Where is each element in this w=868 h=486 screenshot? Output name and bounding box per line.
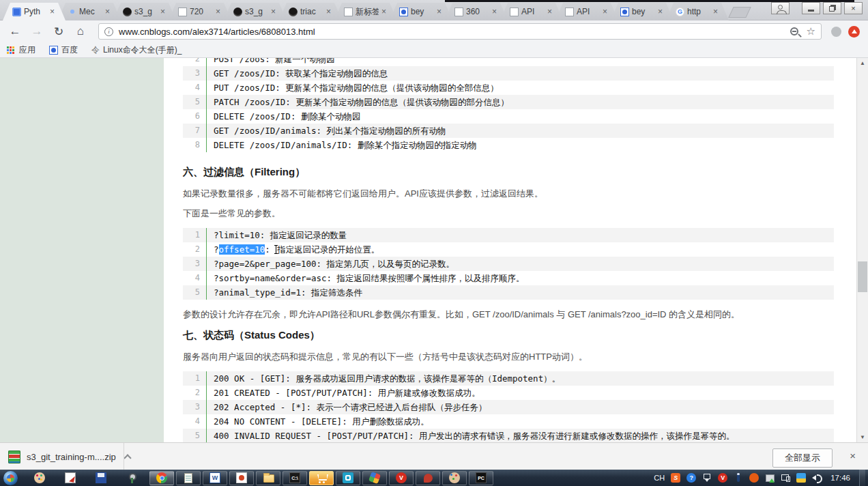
taskbar-blue-app-button[interactable]	[336, 471, 360, 485]
show-all-downloads-button[interactable]: 全部显示	[772, 448, 833, 468]
tab-close-icon[interactable]: ×	[381, 8, 386, 16]
back-button[interactable]: ←	[7, 25, 23, 38]
vertical-scrollbar[interactable]: ▲ ▼	[856, 58, 868, 442]
taskbar-chrome-button[interactable]	[149, 471, 174, 485]
tab-triac[interactable]: triac ×	[279, 3, 342, 20]
tab-close-icon[interactable]: ×	[603, 8, 607, 16]
tab-title: API	[521, 7, 545, 16]
line-number: 2	[183, 58, 206, 66]
taskbar-pc-app-button[interactable]: PC	[469, 471, 493, 485]
tab-close-icon[interactable]: ×	[326, 8, 331, 16]
tab-newtab-page[interactable]: 新标签页 ×	[334, 3, 397, 20]
taskbar-red-bird-app-button[interactable]	[416, 471, 440, 485]
speaker-icon[interactable]	[812, 473, 822, 483]
tower-tray-icon[interactable]	[734, 473, 743, 483]
tab-s3-github-2[interactable]: s3_g ×	[224, 3, 287, 20]
tab-baidu-1[interactable]: bey ×	[390, 3, 452, 20]
tab-google[interactable]: G http ×	[666, 3, 729, 20]
paint-palette-icon[interactable]	[34, 472, 45, 483]
new-tab-button[interactable]	[728, 7, 751, 18]
help-icon[interactable]: ?	[686, 473, 696, 483]
tab-close-icon[interactable]: ×	[658, 8, 663, 16]
red-v-tray-icon[interactable]: V	[718, 473, 727, 483]
screen-capture-icon[interactable]	[65, 472, 76, 483]
home-button[interactable]: ⌂	[72, 25, 89, 38]
line-number: 1	[183, 228, 206, 242]
tab-baidu-2[interactable]: bey ×	[611, 3, 674, 20]
start-button[interactable]	[3, 471, 18, 485]
extension-gray-icon[interactable]	[831, 27, 841, 37]
taskbar-paint-app-button[interactable]	[442, 471, 467, 485]
scroll-up-arrow[interactable]: ▲	[857, 58, 868, 68]
taskbar-cmd-button[interactable]: C:\	[283, 471, 307, 485]
tab-close-icon[interactable]: ×	[216, 8, 220, 16]
tab-close-icon[interactable]: ×	[713, 8, 718, 16]
download-filename[interactable]: s3_git_training-m....zip	[27, 452, 116, 462]
scrollbar-thumb[interactable]	[858, 261, 867, 292]
taskbar-apps: W C:\ V PC	[149, 471, 493, 485]
download-bar-close-icon[interactable]: ×	[850, 450, 856, 461]
bookmark-linux-manual[interactable]: 令 Linux命令大全(手册)_	[91, 44, 182, 56]
scroll-down-arrow[interactable]: ▼	[857, 432, 868, 442]
tab-python[interactable]: Pyth ×	[3, 3, 66, 20]
chevron-up-icon[interactable]	[124, 454, 131, 461]
tab-close-icon[interactable]: ×	[492, 8, 497, 16]
close-button[interactable]: ×	[844, 2, 863, 14]
tab-close-icon[interactable]: ×	[437, 8, 442, 16]
tab-title: http	[687, 7, 710, 16]
tab-close-icon[interactable]: ×	[50, 8, 55, 16]
reload-button[interactable]: ↻	[50, 25, 67, 39]
address-bar[interactable]: i www.cnblogs.com/alex3714/articles/6808…	[98, 23, 822, 40]
forward-button[interactable]: →	[29, 25, 45, 38]
taskbar-word-button[interactable]: W	[203, 471, 227, 485]
tab-api-2[interactable]: API ×	[555, 3, 618, 20]
profile-button[interactable]	[771, 2, 790, 14]
floppy-save-icon[interactable]	[96, 472, 106, 483]
qq-tray-icon[interactable]	[796, 473, 806, 483]
url-text[interactable]: www.cnblogs.com/alex3714/articles/680801…	[119, 27, 790, 37]
tab-s3-github[interactable]: s3_g ×	[113, 3, 176, 20]
bookmarks-bar: 应用 百度 令 Linux命令大全(手册)_	[0, 42, 868, 58]
selected-text: offset=10	[219, 244, 265, 255]
tab-close-icon[interactable]: ×	[160, 8, 165, 16]
page-info-icon[interactable]: i	[104, 27, 113, 36]
window-controls: ×	[771, 2, 863, 14]
tab-close-icon[interactable]: ×	[105, 8, 110, 16]
network-icon[interactable]	[781, 473, 790, 483]
bookmark-star-icon[interactable]: ☆	[807, 25, 815, 38]
print-queue-icon[interactable]	[765, 473, 775, 483]
chrome-icon	[156, 472, 167, 483]
show-desktop-button[interactable]	[859, 470, 865, 486]
code-text: GET /zoos/ID: 获取某个指定动物园的信息	[206, 66, 834, 81]
tab-close-icon[interactable]: ×	[547, 8, 552, 16]
clock[interactable]: 17:46	[830, 474, 850, 482]
taskbar-pinwheel-app-button[interactable]	[362, 471, 387, 485]
tab-mec[interactable]: Mec ×	[58, 3, 121, 20]
orange-dot-tray-icon[interactable]	[749, 473, 759, 483]
apps-shortcut[interactable]: 应用	[7, 44, 35, 56]
key-tool-icon[interactable]	[126, 472, 137, 483]
tab-720[interactable]: 720 ×	[169, 3, 231, 20]
taskbar-powerpoint-button[interactable]	[229, 471, 254, 485]
taskbar-red-v-app-button[interactable]: V	[389, 471, 414, 485]
restore-button[interactable]	[823, 2, 841, 14]
downloaded-file-item[interactable]: s3_git_training-m....zip	[8, 448, 130, 466]
quick-launch	[34, 472, 137, 483]
bookmark-baidu[interactable]: 百度	[49, 44, 78, 56]
minimize-button[interactable]	[802, 2, 820, 14]
tab-close-icon[interactable]: ×	[271, 8, 276, 16]
tab-title: API	[577, 7, 600, 16]
tab-360[interactable]: 360 ×	[445, 3, 508, 20]
tab-api-1[interactable]: API ×	[500, 3, 563, 20]
dot-icon	[68, 8, 76, 16]
taskbar-notepad-button[interactable]	[176, 471, 201, 485]
word-icon: W	[209, 472, 220, 483]
language-indicator[interactable]: CH	[654, 474, 665, 482]
taskbar-cart-app-button[interactable]	[309, 471, 334, 485]
extension-orange-icon[interactable]	[848, 26, 860, 38]
taskbar-explorer-button[interactable]	[256, 471, 280, 485]
tab-title: Pyth	[24, 7, 47, 16]
zoom-out-icon[interactable]	[790, 27, 798, 35]
sogou-input-icon[interactable]: S	[671, 473, 680, 483]
hidden-icons-arrow[interactable]	[702, 473, 712, 483]
